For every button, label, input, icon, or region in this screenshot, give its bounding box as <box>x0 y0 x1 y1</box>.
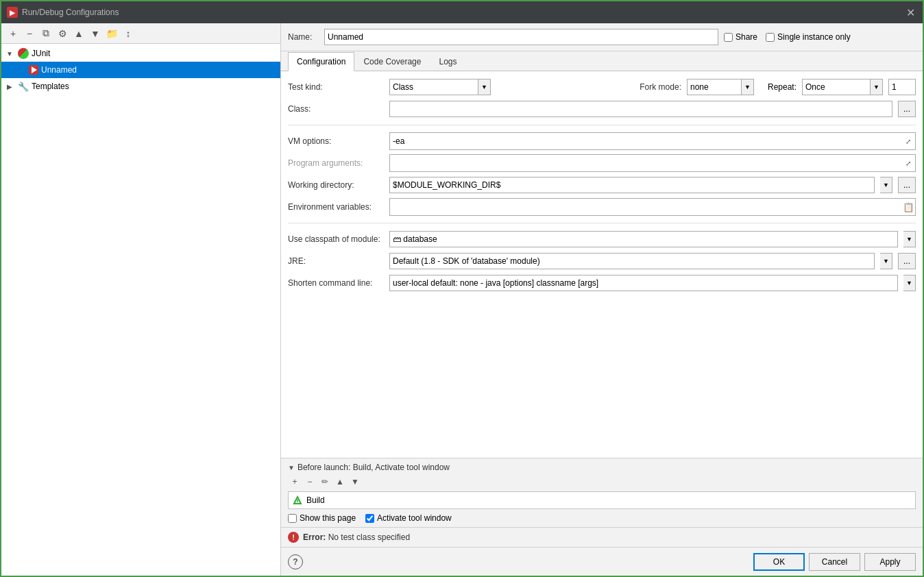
show-page-checkbox[interactable] <box>288 514 297 523</box>
build-icon <box>293 495 302 505</box>
checkboxes-row: Show this page Activate tool window <box>288 513 916 523</box>
before-launch-down-button[interactable]: ▼ <box>348 475 362 489</box>
left-panel: + − ⧉ ⚙ ▲ ▼ 📁 ↕ ▼ JUnit <box>1 23 281 576</box>
ok-button[interactable]: OK <box>753 553 805 571</box>
activate-tool-checkbox-label[interactable]: Activate tool window <box>365 513 452 523</box>
classpath-label: Use classpath of module: <box>288 234 384 244</box>
title-bar-left: ▶ Run/Debug Configurations <box>7 7 119 18</box>
before-launch-up-button[interactable]: ▲ <box>333 475 347 489</box>
repeat-number-input[interactable] <box>888 79 916 95</box>
repeat-select[interactable]: Once N Times Until Failure Until Stop <box>802 79 871 95</box>
share-checkbox[interactable] <box>724 33 733 42</box>
add-config-button[interactable]: + <box>5 26 21 41</box>
vm-expand-button[interactable]: ⤢ <box>901 134 915 149</box>
class-browse-button[interactable]: ... <box>898 101 916 117</box>
name-row: Name: Share Single instance only <box>281 23 923 51</box>
working-dir-select[interactable]: $MODULE_WORKING_DIR$ <box>389 177 875 193</box>
tree-group-templates[interactable]: ▶ 🔧 Templates <box>1 78 280 95</box>
tab-code-coverage[interactable]: Code Coverage <box>354 52 430 71</box>
classpath-select[interactable]: 🗃 database <box>389 231 898 247</box>
error-icon: ! <box>288 532 299 543</box>
config-tree: ▼ JUnit Unnamed ▶ 🔧 Templates <box>1 44 280 576</box>
program-args-expand-button[interactable]: ⤢ <box>901 156 915 171</box>
jre-browse-button[interactable]: ... <box>898 253 916 269</box>
env-vars-input[interactable] <box>390 199 901 215</box>
shorten-row: Shorten command line: user-local default… <box>288 274 916 292</box>
dialog-icon: ▶ <box>7 7 18 18</box>
show-page-checkbox-label[interactable]: Show this page <box>288 513 356 523</box>
env-vars-browse-button[interactable]: 📋 <box>901 199 915 214</box>
config-toolbar: + − ⧉ ⚙ ▲ ▼ 📁 ↕ <box>1 23 280 44</box>
build-label: Build <box>306 495 325 505</box>
program-args-input[interactable] <box>390 155 901 171</box>
fork-mode-select[interactable]: none method class <box>687 79 742 95</box>
run-icon <box>29 65 38 75</box>
apply-button[interactable]: Apply <box>864 553 916 571</box>
shorten-select[interactable]: user-local default: none - java [options… <box>389 275 898 291</box>
name-input[interactable] <box>324 29 718 45</box>
bottom-bar: ? OK Cancel Apply <box>281 547 923 576</box>
working-dir-row: Working directory: $MODULE_WORKING_DIR$ … <box>288 176 916 194</box>
unnamed-label: Unnamed <box>41 65 77 75</box>
test-kind-select[interactable]: Class Method Pattern Package Directory C… <box>389 79 478 95</box>
before-launch-add-button[interactable]: + <box>288 475 302 489</box>
vm-options-row: VM options: ⤢ <box>288 132 916 150</box>
remove-config-button[interactable]: − <box>22 26 37 41</box>
shorten-label: Shorten command line: <box>288 278 384 288</box>
tree-group-junit[interactable]: ▼ JUnit <box>1 45 280 62</box>
test-kind-row: Test kind: Class Method Pattern Package … <box>288 78 916 96</box>
before-launch-header: ▼ Before launch: Build, Activate tool wi… <box>288 463 916 472</box>
jre-select[interactable]: Default (1.8 - SDK of 'database' module) <box>389 253 875 269</box>
share-checkbox-label[interactable]: Share <box>724 32 757 42</box>
close-button[interactable]: ✕ <box>903 5 917 19</box>
class-label: Class: <box>288 104 384 114</box>
class-input[interactable] <box>389 101 892 117</box>
env-vars-wrap: 📋 <box>389 198 916 216</box>
share-area: Share Single instance only <box>724 32 916 42</box>
jre-label: JRE: <box>288 256 384 266</box>
tab-configuration[interactable]: Configuration <box>288 52 354 71</box>
folder-button[interactable]: 📁 <box>104 26 119 41</box>
class-row: Class: ... <box>288 100 916 118</box>
shorten-arrow: ▼ <box>903 275 916 291</box>
settings-config-button[interactable]: ⚙ <box>55 26 70 41</box>
single-instance-label: Single instance only <box>777 32 851 42</box>
share-label: Share <box>735 32 757 42</box>
test-kind-label: Test kind: <box>288 82 384 92</box>
help-button[interactable]: ? <box>288 554 303 569</box>
tree-item-unnamed[interactable]: Unnamed <box>1 62 280 78</box>
separator-2 <box>288 223 916 223</box>
main-content: + − ⧉ ⚙ ▲ ▼ 📁 ↕ ▼ JUnit <box>1 23 923 576</box>
before-launch-toggle[interactable]: ▼ <box>288 464 295 471</box>
action-buttons: OK Cancel Apply <box>753 553 916 571</box>
cancel-button[interactable]: Cancel <box>809 553 860 571</box>
move-down-button[interactable]: ▼ <box>88 26 103 41</box>
right-panel: Name: Share Single instance only Confi <box>281 23 923 576</box>
copy-config-button[interactable]: ⧉ <box>38 26 53 41</box>
tab-logs[interactable]: Logs <box>430 52 465 71</box>
junit-icon <box>18 48 29 59</box>
vm-options-input[interactable] <box>390 133 901 149</box>
working-dir-browse-button[interactable]: ... <box>898 177 916 193</box>
before-launch-section: ▼ Before launch: Build, Activate tool wi… <box>281 458 923 527</box>
before-launch-edit-button[interactable]: ✏ <box>318 475 332 489</box>
activate-tool-label: Activate tool window <box>377 513 452 523</box>
sort-button[interactable]: ↕ <box>121 26 136 41</box>
classpath-arrow: ▼ <box>903 231 916 247</box>
dialog-title: Run/Debug Configurations <box>22 8 119 17</box>
working-dir-label: Working directory: <box>288 180 384 190</box>
before-launch-title: Before launch: Build, Activate tool wind… <box>297 463 450 472</box>
single-instance-checkbox[interactable] <box>766 33 775 42</box>
single-instance-checkbox-label[interactable]: Single instance only <box>766 32 851 42</box>
show-page-label: Show this page <box>300 513 356 523</box>
build-row[interactable]: Build <box>288 491 916 509</box>
before-launch-remove-button[interactable]: − <box>303 475 317 489</box>
program-args-label: Program arguments: <box>288 158 384 168</box>
activate-tool-checkbox[interactable] <box>365 514 374 523</box>
move-up-button[interactable]: ▲ <box>71 26 86 41</box>
separator-1 <box>288 125 916 125</box>
title-bar: ▶ Run/Debug Configurations ✕ <box>1 1 923 23</box>
run-debug-dialog: ▶ Run/Debug Configurations ✕ + − ⧉ ⚙ ▲ ▼… <box>0 0 924 577</box>
fork-mode-arrow: ▼ <box>742 79 754 95</box>
junit-expander: ▼ <box>4 48 15 59</box>
